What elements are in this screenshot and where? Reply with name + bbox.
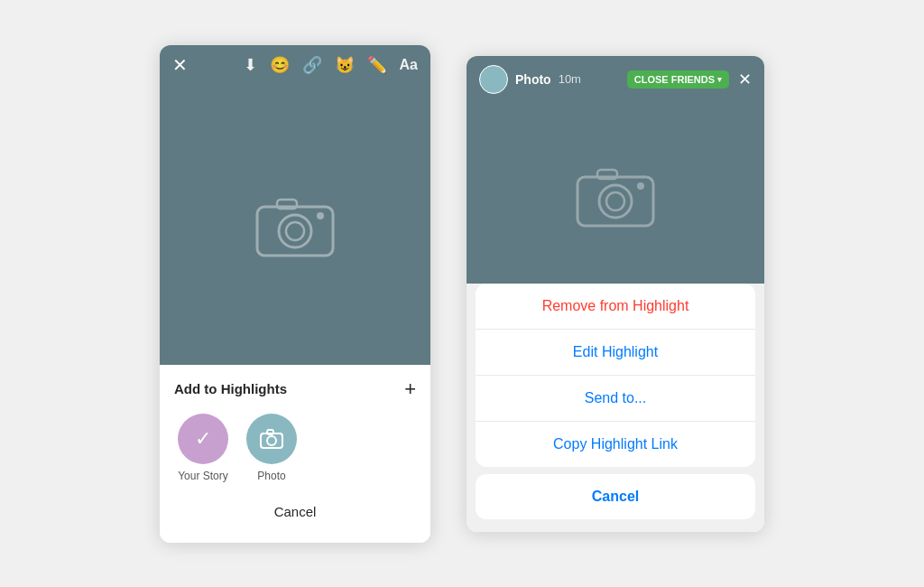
svg-point-10: [606, 192, 624, 210]
emoji-icon[interactable]: 😊: [270, 55, 290, 75]
story-items-list: ✓ Your Story Photo: [174, 414, 416, 482]
copy-highlight-link-button[interactable]: Copy Highlight Link: [476, 422, 755, 467]
svg-point-12: [637, 182, 644, 190]
right-phone-panel: Photo 10m CLOSE FRIENDS ▾ ✕ Remove from …: [467, 56, 764, 532]
photo-label: Photo: [257, 470, 285, 482]
story-item-your-story[interactable]: ✓ Your Story: [178, 414, 228, 482]
download-icon[interactable]: ⬇: [244, 55, 257, 75]
avatar: [479, 65, 508, 94]
remove-highlight-button[interactable]: Remove from Highlight: [476, 284, 755, 330]
svg-point-2: [286, 222, 304, 240]
your-story-circle: ✓: [178, 414, 228, 464]
right-camera-placeholder-icon: [570, 157, 661, 229]
viewer-name: Photo: [515, 72, 551, 87]
sticker-icon[interactable]: 😺: [335, 55, 355, 75]
link-icon[interactable]: 🔗: [302, 55, 322, 75]
context-menu: Remove from Highlight Edit Highlight Sen…: [476, 284, 755, 467]
close-button[interactable]: ✕: [172, 54, 188, 76]
add-highlights-button[interactable]: +: [404, 377, 416, 401]
svg-point-9: [599, 185, 632, 218]
svg-point-1: [279, 215, 311, 247]
left-phone-panel: ✕ ⬇ 😊 🔗 😺 ✏️ Aa Add to Highlights +: [160, 45, 430, 543]
close-friends-label: CLOSE FRIENDS: [634, 74, 715, 85]
viewer-time: 10m: [559, 72, 581, 86]
text-icon[interactable]: Aa: [400, 57, 418, 73]
close-button-right[interactable]: ✕: [738, 70, 752, 89]
viewer-profile-left: Photo 10m: [479, 65, 581, 94]
viewer-right-controls: CLOSE FRIENDS ▾ ✕: [627, 70, 752, 89]
add-highlights-row: Add to Highlights +: [174, 377, 416, 401]
editor-topbar: ✕ ⬇ 😊 🔗 😺 ✏️ Aa: [160, 45, 430, 85]
add-highlights-label: Add to Highlights: [174, 381, 287, 396]
close-friends-button[interactable]: CLOSE FRIENDS ▾: [627, 70, 729, 89]
story-item-photo[interactable]: Photo: [246, 414, 297, 482]
editor-icon-group: ⬇ 😊 🔗 😺 ✏️ Aa: [244, 55, 418, 75]
svg-point-6: [267, 436, 276, 445]
right-camera-area: [467, 103, 764, 284]
check-icon: ✓: [195, 427, 211, 451]
photo-circle: [246, 414, 297, 464]
chevron-down-icon: ▾: [717, 75, 722, 84]
your-story-label: Your Story: [178, 470, 228, 482]
camera-area: [160, 85, 430, 365]
camera-placeholder-icon: [250, 187, 340, 263]
cancel-button-left[interactable]: Cancel: [174, 495, 416, 528]
send-to-button[interactable]: Send to...: [476, 376, 755, 422]
draw-icon[interactable]: ✏️: [367, 55, 387, 75]
svg-point-4: [317, 212, 324, 219]
viewer-topbar: Photo 10m CLOSE FRIENDS ▾ ✕: [467, 56, 764, 103]
context-menu-container: Remove from Highlight Edit Highlight Sen…: [467, 284, 764, 532]
svg-rect-7: [267, 430, 273, 434]
cancel-button-right[interactable]: Cancel: [476, 474, 755, 519]
left-bottom-section: Add to Highlights + ✓ Your Story: [160, 365, 430, 543]
photo-camera-icon: [260, 429, 283, 449]
edit-highlight-button[interactable]: Edit Highlight: [476, 330, 755, 376]
